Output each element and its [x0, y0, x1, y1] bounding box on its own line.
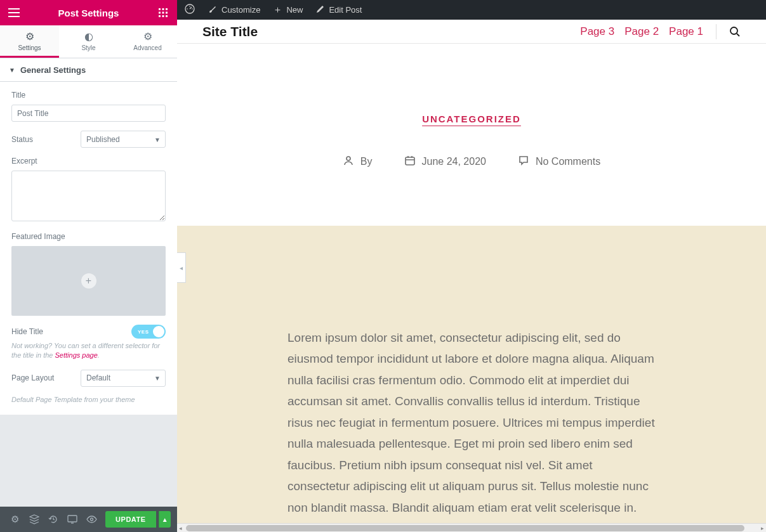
admin-item-label: Edit Post — [329, 5, 362, 15]
search-icon — [729, 26, 741, 37]
admin-item-label: Customize — [221, 5, 260, 15]
svg-rect-4 — [162, 12, 164, 14]
panel-tabs: ⚙ Settings ◐ Style ⚙ Advanced — [0, 25, 177, 58]
svg-rect-9 — [68, 516, 77, 522]
svg-rect-2 — [166, 8, 168, 10]
responsive-icon[interactable] — [64, 510, 81, 529]
brush-icon — [208, 4, 218, 16]
comments-text: No Comments — [536, 156, 600, 167]
section-general-settings[interactable]: ▼ General Settings — [0, 58, 177, 82]
svg-point-15 — [730, 27, 737, 34]
status-select[interactable]: Published — [81, 131, 166, 148]
new-link[interactable]: ＋ New — [273, 4, 303, 16]
nav-link[interactable]: Page 3 — [580, 25, 614, 38]
tab-label: Settings — [18, 44, 41, 51]
svg-rect-8 — [166, 15, 168, 17]
gear-icon[interactable]: ⚙ — [6, 510, 23, 529]
plus-icon: + — [81, 273, 96, 289]
pencil-icon — [315, 4, 325, 16]
title-input[interactable] — [11, 105, 166, 122]
tab-style[interactable]: ◐ Style — [59, 25, 118, 58]
search-toggle[interactable] — [716, 24, 741, 39]
tab-label: Style — [81, 44, 95, 51]
customize-link[interactable]: Customize — [208, 4, 260, 16]
svg-point-12 — [187, 8, 188, 10]
page-layout-select[interactable]: Default — [81, 370, 166, 387]
settings-page-link[interactable]: Settings page — [55, 351, 98, 359]
hide-title-toggle[interactable]: YES — [131, 325, 166, 339]
svg-point-13 — [192, 8, 193, 10]
svg-rect-7 — [162, 15, 164, 17]
svg-rect-1 — [162, 8, 164, 10]
page-layout-label: Page Layout — [11, 373, 54, 382]
svg-rect-6 — [159, 15, 161, 17]
title-label: Title — [11, 91, 166, 100]
update-button[interactable]: UPDATE — [105, 511, 155, 528]
panel-footer: ⚙ UPDATE ▲ — [0, 507, 177, 532]
svg-point-16 — [347, 157, 350, 160]
page-content: UNCATEGORIZED By June 24, 2020 No Commen… — [177, 44, 766, 523]
page-layout-help: Default Page Template from your theme — [11, 396, 166, 403]
comment-icon — [518, 155, 529, 169]
date-text: June 24, 2020 — [422, 156, 486, 167]
tab-settings[interactable]: ⚙ Settings — [0, 25, 59, 58]
svg-point-14 — [189, 6, 190, 7]
apps-icon[interactable] — [157, 6, 169, 19]
panel-body: Title Status Published ▼ Excerpt Feature… — [0, 82, 177, 415]
toggle-label: YES — [131, 329, 149, 335]
editor-sidebar: Post Settings ⚙ Settings ◐ Style ⚙ Advan… — [0, 0, 177, 532]
horizontal-scrollbar[interactable]: ◂ ▸ — [177, 523, 766, 532]
preview-area: Customize ＋ New Edit Post Site Title Pag… — [177, 0, 766, 532]
featured-image-picker[interactable]: + — [11, 246, 166, 316]
update-options-button[interactable]: ▲ — [159, 511, 171, 528]
post-body-section: Lorem ipsum dolor sit amet, consectetur … — [177, 226, 766, 523]
scroll-thumb[interactable] — [186, 525, 744, 531]
post-comments[interactable]: No Comments — [518, 155, 600, 169]
gear-icon: ⚙ — [143, 30, 152, 42]
excerpt-label: Excerpt — [11, 157, 166, 165]
site-title[interactable]: Site Title — [202, 24, 258, 39]
excerpt-textarea[interactable] — [11, 171, 166, 221]
featured-image-label: Featured Image — [11, 232, 166, 241]
nav-link[interactable]: Page 1 — [669, 25, 703, 38]
by-label: By — [360, 156, 373, 167]
toggle-knob — [153, 326, 164, 337]
plus-icon: ＋ — [273, 4, 282, 16]
post-body-text: Lorem ipsum dolor sit amet, consectetur … — [287, 327, 656, 523]
wp-admin-bar: Customize ＋ New Edit Post — [177, 0, 766, 20]
tab-label: Advanced — [133, 44, 161, 51]
layers-icon[interactable] — [25, 510, 42, 529]
post-author[interactable]: By — [343, 155, 373, 169]
svg-rect-5 — [166, 12, 168, 14]
status-label: Status — [11, 135, 33, 144]
scroll-left-arrow: ◂ — [179, 525, 182, 531]
dashboard-link[interactable] — [185, 4, 195, 16]
sidebar-spacer — [0, 415, 177, 507]
admin-item-label: New — [286, 5, 303, 15]
svg-rect-3 — [159, 12, 161, 14]
panel-title: Post Settings — [20, 8, 157, 18]
category-link[interactable]: UNCATEGORIZED — [422, 114, 521, 124]
gauge-icon — [185, 4, 195, 16]
preview-icon[interactable] — [84, 510, 100, 529]
caret-down-icon: ▼ — [9, 67, 15, 74]
post-meta: By June 24, 2020 No Comments — [177, 155, 766, 169]
menu-icon[interactable] — [8, 6, 20, 19]
primary-nav: Page 3 Page 2 Page 1 — [580, 25, 703, 38]
nav-link[interactable]: Page 2 — [624, 25, 659, 38]
hide-title-help: Not working? You can set a different sel… — [11, 341, 166, 361]
hide-title-label: Hide Title — [11, 327, 43, 336]
history-icon[interactable] — [45, 510, 62, 529]
svg-rect-0 — [159, 8, 161, 10]
collapse-panel-handle[interactable]: ◂ — [177, 252, 186, 283]
contrast-icon: ◐ — [84, 30, 93, 42]
post-date: June 24, 2020 — [404, 155, 486, 169]
tab-advanced[interactable]: ⚙ Advanced — [118, 25, 177, 58]
gear-icon: ⚙ — [25, 30, 34, 42]
user-icon — [343, 155, 354, 169]
post-category: UNCATEGORIZED — [177, 114, 766, 124]
edit-post-link[interactable]: Edit Post — [315, 4, 362, 16]
section-title: General Settings — [20, 65, 86, 75]
panel-header: Post Settings — [0, 0, 177, 25]
svg-point-10 — [91, 518, 93, 521]
